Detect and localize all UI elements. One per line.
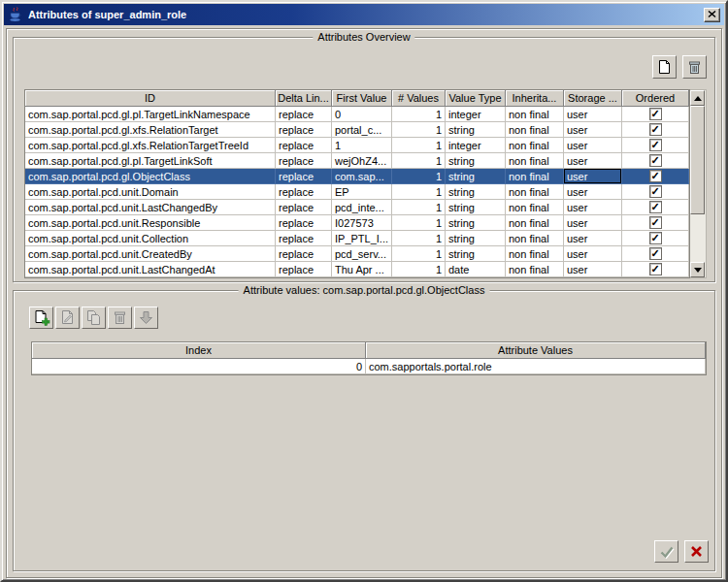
cell-inheritance[interactable]: non final [506, 246, 564, 262]
cell-num-values[interactable]: 1 [392, 231, 446, 246]
cell-first-value[interactable]: portal_c... [332, 122, 392, 138]
column-header-attribute-values[interactable]: Attribute Values [366, 342, 706, 359]
cell-first-value[interactable]: com.sap... [332, 169, 392, 184]
cell-ordered[interactable]: ✓ [622, 107, 689, 122]
table-row[interactable]: com.sap.portal.pcd.unit.Collection repla… [25, 231, 689, 246]
ordered-checkbox[interactable]: ✓ [649, 170, 662, 182]
cell-num-values[interactable]: 1 [392, 169, 446, 184]
table-row[interactable]: com.sap.portal.pcd.gl.xfs.RelationTarget… [25, 122, 689, 138]
cell-storage[interactable]: user [564, 262, 622, 277]
vertical-scrollbar[interactable] [690, 89, 707, 278]
cell-value-type[interactable]: date [446, 262, 506, 277]
cell-id[interactable]: com.sap.portal.pcd.unit.Domain [25, 184, 276, 200]
cell-first-value[interactable]: Thu Apr ... [332, 262, 392, 277]
cell-first-value[interactable]: wejOhZ4... [332, 153, 392, 169]
cell-first-value[interactable]: pcd_inte... [332, 200, 392, 215]
table-row[interactable]: com.sap.portal.pcd.unit.CreatedBy replac… [25, 246, 689, 262]
cell-attribute-value[interactable]: com.sapportals.portal.role [366, 359, 706, 374]
cell-delta-link[interactable]: replace [276, 215, 332, 231]
new-attribute-button[interactable] [652, 55, 677, 79]
cell-delta-link[interactable]: replace [276, 169, 332, 184]
cell-num-values[interactable]: 1 [392, 200, 446, 215]
cell-ordered[interactable]: ✓ [622, 231, 689, 246]
cell-delta-link[interactable]: replace [276, 200, 332, 215]
cell-first-value[interactable]: EP [332, 184, 392, 200]
cell-ordered[interactable]: ✓ [622, 215, 689, 231]
cell-id[interactable]: com.sap.portal.pcd.unit.LastChangedAt [25, 262, 276, 277]
ordered-checkbox[interactable]: ✓ [649, 154, 662, 167]
cell-storage[interactable]: user [564, 246, 622, 262]
cell-ordered[interactable]: ✓ [622, 246, 689, 262]
column-header-num-values[interactable]: # Values [392, 90, 446, 107]
cell-inheritance[interactable]: non final [506, 262, 564, 277]
cell-value-type[interactable]: string [446, 215, 506, 231]
cell-id[interactable]: com.sap.portal.pcd.gl.ObjectClass [25, 169, 276, 184]
column-header-ordered[interactable]: Ordered [622, 90, 689, 107]
cell-num-values[interactable]: 1 [392, 107, 446, 122]
delete-attribute-button[interactable] [682, 55, 707, 79]
cell-first-value[interactable]: pcd_serv... [332, 246, 392, 262]
cell-id[interactable]: com.sap.portal.pcd.gl.xfs.RelationTarget… [25, 138, 276, 153]
cell-first-value[interactable]: 1 [332, 138, 392, 153]
column-header-value-type[interactable]: Value Type [446, 90, 506, 107]
cell-delta-link[interactable]: replace [276, 262, 332, 277]
cell-inheritance[interactable]: non final [506, 153, 564, 169]
cell-num-values[interactable]: 1 [392, 153, 446, 169]
cell-inheritance[interactable]: non final [506, 122, 564, 138]
cell-first-value[interactable]: IP_PTL_I... [332, 231, 392, 246]
cell-value-type[interactable]: string [446, 231, 506, 246]
cell-storage[interactable]: user [564, 215, 622, 231]
ok-button[interactable] [654, 540, 678, 563]
table-row[interactable]: com.sap.portal.pcd.unit.Domain replace E… [25, 184, 689, 200]
cell-storage[interactable]: user [564, 184, 622, 200]
cell-inheritance[interactable]: non final [506, 215, 564, 231]
table-row-selected[interactable]: com.sap.portal.pcd.gl.ObjectClass replac… [25, 169, 689, 184]
cell-storage[interactable]: user [564, 138, 622, 153]
cell-ordered[interactable]: ✓ [622, 169, 689, 184]
cell-ordered[interactable]: ✓ [622, 200, 689, 215]
cell-storage[interactable]: user [564, 107, 622, 122]
column-header-first-value[interactable]: First Value [332, 90, 392, 107]
cell-num-values[interactable]: 1 [392, 215, 446, 231]
ordered-checkbox[interactable]: ✓ [649, 139, 662, 151]
table-row[interactable]: com.sap.portal.pcd.unit.LastChangedBy re… [25, 200, 689, 215]
cell-id[interactable]: com.sap.portal.pcd.unit.LastChangedBy [25, 200, 276, 215]
scrollbar-down-button[interactable] [690, 262, 705, 277]
ordered-checkbox[interactable]: ✓ [649, 232, 662, 244]
scrollbar-thumb[interactable] [690, 106, 705, 214]
cell-storage[interactable]: user [564, 169, 622, 184]
cell-ordered[interactable]: ✓ [622, 153, 689, 169]
cell-value-type[interactable]: string [446, 246, 506, 262]
cell-index[interactable]: 0 [32, 359, 366, 374]
cell-delta-link[interactable]: replace [276, 246, 332, 262]
cell-num-values[interactable]: 1 [392, 262, 446, 277]
edit-value-button[interactable] [55, 307, 80, 329]
cell-storage[interactable]: user [564, 122, 622, 138]
cell-value-type[interactable]: string [446, 169, 506, 184]
cell-storage[interactable]: user [564, 153, 622, 169]
ordered-checkbox[interactable]: ✓ [649, 123, 662, 136]
cell-ordered[interactable]: ✓ [622, 138, 689, 153]
ordered-checkbox[interactable]: ✓ [649, 108, 662, 120]
column-header-index[interactable]: Index [32, 342, 366, 359]
column-header-delta-link[interactable]: Delta Lin... [276, 90, 332, 107]
scrollbar-up-button[interactable] [690, 90, 705, 106]
cell-id[interactable]: com.sap.portal.pcd.gl.pl.TargetLinkNames… [25, 107, 276, 122]
delete-value-button[interactable] [108, 307, 132, 329]
cell-ordered[interactable]: ✓ [622, 184, 689, 200]
cell-value-type[interactable]: string [446, 153, 506, 169]
add-value-button[interactable] [29, 307, 53, 329]
cell-value-type[interactable]: integer [446, 107, 506, 122]
ordered-checkbox[interactable]: ✓ [649, 216, 662, 229]
cell-value-type[interactable]: string [446, 200, 506, 215]
move-down-button[interactable] [134, 307, 158, 329]
cell-inheritance[interactable]: non final [506, 231, 564, 246]
cell-value-type[interactable]: string [446, 122, 506, 138]
cell-inheritance[interactable]: non final [506, 169, 564, 184]
close-button[interactable] [704, 8, 720, 22]
table-row[interactable]: com.sap.portal.pcd.unit.LastChangedAt re… [25, 262, 689, 277]
cell-delta-link[interactable]: replace [276, 153, 332, 169]
table-row[interactable]: com.sap.portal.pcd.gl.xfs.RelationTarget… [25, 138, 689, 153]
cell-ordered[interactable]: ✓ [622, 122, 689, 138]
cell-ordered[interactable]: ✓ [622, 262, 689, 277]
